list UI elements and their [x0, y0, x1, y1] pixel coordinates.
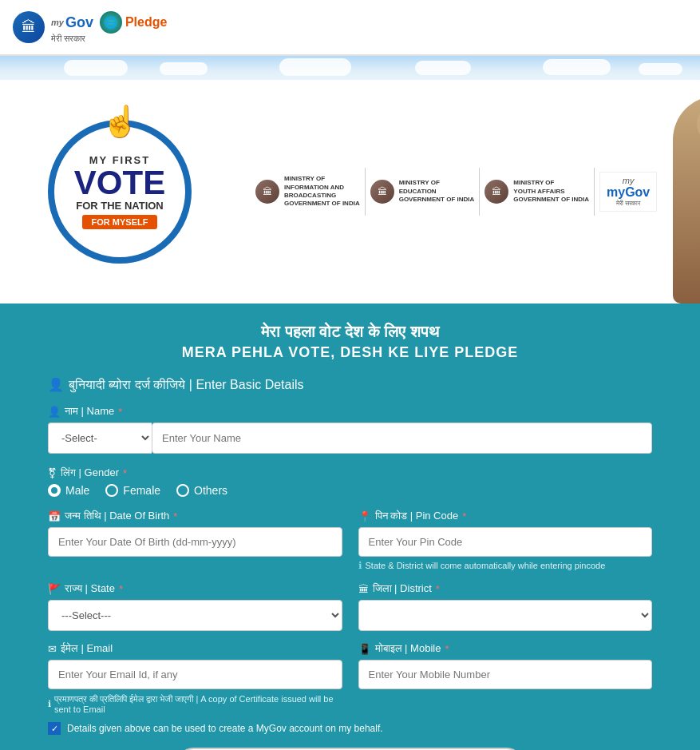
- sky-banner: [0, 56, 700, 80]
- mygov-badge: my myGov मेरी सरकार: [599, 172, 657, 212]
- user-icon: 👤: [48, 377, 64, 392]
- dob-col: 📅 जन्म तिथि | Date Of Birth *: [48, 510, 342, 571]
- dob-required: *: [173, 510, 177, 522]
- email-input[interactable]: [48, 660, 342, 689]
- gender-others-radio[interactable]: [176, 484, 189, 497]
- pincode-required: *: [462, 510, 466, 522]
- gender-field-group: ⚧ लिंग | Gender * Male Female Others: [48, 466, 652, 497]
- district-required: *: [436, 583, 440, 595]
- mobile-col: 📱 मोबाइल | Mobile *: [358, 642, 653, 714]
- district-label: 🏛 जिला | District *: [358, 582, 653, 595]
- name-label: 👤 नाम | Name *: [48, 405, 652, 418]
- mygov-badge-sub: मेरी सरकार: [616, 200, 640, 208]
- mobile-icon: 📱: [358, 643, 371, 655]
- emblem-icon: 🏛: [13, 11, 45, 43]
- ministry-3: 🏛 MINISTRY OFYOUTH AFFAIRSGOVERNMENT OF …: [484, 179, 589, 204]
- district-select[interactable]: [358, 600, 653, 631]
- pledge-globe-icon: 🌐: [100, 11, 122, 34]
- gender-male-option[interactable]: Male: [48, 484, 89, 497]
- header: 🏛 my Gov 🌐 Pledge मेरी सरकार: [0, 0, 700, 56]
- ministry-logos: 🏛 MINISTRY OFINFORMATION ANDBROADCASTING…: [239, 80, 673, 304]
- divider-2: [479, 168, 480, 216]
- gender-icon: ⚧: [48, 467, 57, 479]
- email-label: ✉ ईमेल | Email: [48, 642, 342, 655]
- district-col: 🏛 जिला | District *: [358, 582, 653, 631]
- ministry-3-emblem: 🏛: [484, 180, 508, 204]
- gender-options: Male Female Others: [48, 484, 652, 497]
- checkbox-label-text: Details given above can be used to creat…: [67, 723, 383, 734]
- for-myself-badge: FOR MYSELF: [82, 215, 158, 229]
- vote-circle: ☝️ MY FIRST VOTE FOR THE NATION FOR MYSE…: [48, 120, 192, 264]
- location-icon: 📍: [358, 510, 371, 522]
- hero-section: ☝️ MY FIRST VOTE FOR THE NATION FOR MYSE…: [0, 80, 700, 304]
- state-district-row: 🚩 राज्य | State * ---Select--- 🏛 जिला | …: [48, 582, 652, 631]
- mobile-required: *: [445, 643, 449, 655]
- pledge-logo: 🌐 Pledge: [100, 11, 167, 34]
- divider-1: [365, 168, 366, 216]
- dob-pin-row: 📅 जन्म तिथि | Date Of Birth * 📍 पिन कोड …: [48, 510, 652, 571]
- gender-female-radio[interactable]: [105, 484, 118, 497]
- name-field-group: 👤 नाम | Name * -Select- Mr. Mrs. Ms. Dr.: [48, 405, 652, 454]
- email-mobile-row: ✉ ईमेल | Email ℹ प्रमाणपत्र की प्रतिलिपि…: [48, 642, 652, 714]
- state-required: *: [119, 583, 123, 595]
- state-label: 🚩 राज्य | State *: [48, 582, 342, 595]
- state-select[interactable]: ---Select---: [48, 600, 342, 631]
- mygov-logo: my Gov 🌐 Pledge मेरी सरकार: [51, 11, 167, 44]
- ministry-1-emblem: 🏛: [255, 180, 279, 204]
- pin-info-text: ℹ State & District will come automatical…: [358, 560, 653, 571]
- gender-male-radio[interactable]: [48, 484, 61, 497]
- form-title-hindi: मेरा पहला वोट देश के लिए शपथ: [48, 323, 652, 341]
- gender-female-option[interactable]: Female: [105, 484, 160, 497]
- checkbox-row: Details given above can be used to creat…: [48, 722, 652, 735]
- ministry-2: 🏛 MINISTRY OFEDUCATIONGOVERNMENT OF INDI…: [370, 179, 475, 204]
- ministry-1: 🏛 MINISTRY OFINFORMATION ANDBROADCASTING…: [255, 175, 360, 208]
- person-1: [673, 80, 700, 304]
- section-label: 👤 बुनियादी ब्योरा दर्ज कीजिये | Enter Ba…: [48, 377, 652, 392]
- pincode-input[interactable]: [358, 527, 653, 557]
- gender-male-label: Male: [65, 484, 89, 497]
- hero-vote-circle: ☝️ MY FIRST VOTE FOR THE NATION FOR MYSE…: [0, 80, 239, 304]
- mobile-label: 📱 मोबाइल | Mobile *: [358, 642, 653, 655]
- gender-female-label: Female: [123, 484, 160, 497]
- pledge-text-label: Pledge: [125, 15, 167, 30]
- ministry-2-text: MINISTRY OFEDUCATIONGOVERNMENT OF INDIA: [399, 179, 475, 204]
- gender-others-label: Others: [194, 484, 227, 497]
- pincode-label: 📍 पिन कोड | Pin Code *: [358, 510, 653, 522]
- info-icon: ℹ: [358, 560, 362, 571]
- form-section: मेरा पहला वोट देश के लिए शपथ MERA PEHLA …: [0, 304, 700, 750]
- person-icon: 👤: [48, 406, 61, 418]
- mygov-subtitle: मेरी सरकार: [51, 34, 85, 44]
- ministry-2-emblem: 🏛: [370, 180, 394, 204]
- gender-required: *: [123, 467, 127, 479]
- calendar-icon: 📅: [48, 510, 61, 522]
- gender-others-option[interactable]: Others: [176, 484, 227, 497]
- ministry-1-text: MINISTRY OFINFORMATION ANDBROADCASTINGGO…: [284, 175, 360, 208]
- state-col: 🚩 राज्य | State * ---Select---: [48, 582, 342, 631]
- dob-label: 📅 जन्म तिथि | Date Of Birth *: [48, 510, 342, 522]
- for-nation-text: FOR THE NATION: [76, 200, 164, 212]
- email-col: ✉ ईमेल | Email ℹ प्रमाणपत्र की प्रतिलिपि…: [48, 642, 342, 714]
- name-salutation-select[interactable]: -Select- Mr. Mrs. Ms. Dr.: [48, 423, 152, 454]
- pin-col: 📍 पिन कोड | Pin Code * ℹ State & Distric…: [358, 510, 653, 571]
- name-text-input[interactable]: [152, 423, 652, 454]
- gender-label: ⚧ लिंग | Gender *: [48, 466, 652, 479]
- vote-text: MY FIRST VOTE FOR THE NATION FOR MYSELF: [74, 154, 165, 229]
- people-group: [673, 80, 700, 304]
- form-title-english: MERA PEHLA VOTE, DESH KE LIYE PLEDGE: [48, 344, 652, 361]
- email-info-icon: ℹ: [48, 699, 51, 709]
- email-icon: ✉: [48, 643, 57, 655]
- ministry-row: 🏛 MINISTRY OFINFORMATION ANDBROADCASTING…: [255, 155, 657, 228]
- email-info-text: ℹ प्रमाणपत्र की प्रतिलिपि ईमेल द्वारा भे…: [48, 694, 342, 714]
- mygov-consent-checkbox[interactable]: [48, 722, 61, 735]
- dob-input[interactable]: [48, 527, 342, 557]
- building-icon: 🏛: [358, 583, 369, 595]
- name-input-row: -Select- Mr. Mrs. Ms. Dr.: [48, 423, 652, 454]
- logo-group: 🏛 my Gov 🌐 Pledge मेरी सरकार: [13, 11, 167, 44]
- divider-3: [594, 168, 595, 216]
- ministry-3-text: MINISTRY OFYOUTH AFFAIRSGOVERNMENT OF IN…: [513, 179, 589, 204]
- mygov-badge-text: myGov: [607, 185, 650, 200]
- name-required: *: [118, 406, 122, 418]
- vote-text-big: VOTE: [74, 166, 165, 200]
- mobile-input[interactable]: [358, 660, 653, 689]
- hero-people: [673, 80, 700, 304]
